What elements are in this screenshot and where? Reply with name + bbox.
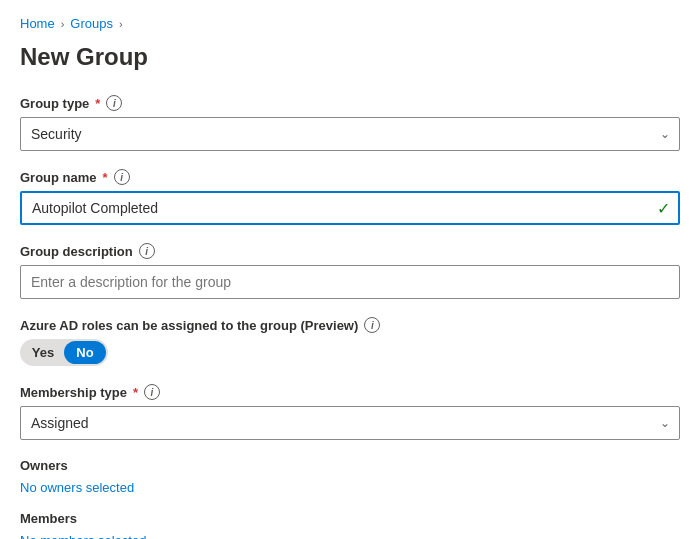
group-description-field: Group description i [20, 243, 680, 299]
azure-ad-roles-field: Azure AD roles can be assigned to the gr… [20, 317, 680, 366]
members-section: Members No members selected [20, 511, 680, 539]
group-description-info-icon[interactable]: i [139, 243, 155, 259]
breadcrumb-chevron-2: › [119, 18, 123, 30]
owners-link[interactable]: No owners selected [20, 480, 134, 495]
azure-ad-roles-toggle[interactable]: Yes No [20, 339, 108, 366]
group-name-label: Group name * i [20, 169, 680, 185]
required-indicator-membership: * [133, 385, 138, 400]
required-indicator: * [95, 96, 100, 111]
members-label: Members [20, 511, 680, 526]
group-type-field: Group type * i Security Microsoft 365 ⌄ [20, 95, 680, 151]
membership-type-label: Membership type * i [20, 384, 680, 400]
azure-ad-roles-info-icon[interactable]: i [364, 317, 380, 333]
group-name-input[interactable] [20, 191, 680, 225]
page-title: New Group [20, 43, 680, 71]
group-type-label: Group type * i [20, 95, 680, 111]
owners-label: Owners [20, 458, 680, 473]
membership-type-info-icon[interactable]: i [144, 384, 160, 400]
breadcrumb-chevron-1: › [61, 18, 65, 30]
group-name-info-icon[interactable]: i [114, 169, 130, 185]
input-valid-icon: ✓ [657, 199, 670, 218]
membership-type-select[interactable]: Assigned Dynamic User Dynamic Device [20, 406, 680, 440]
members-link[interactable]: No members selected [20, 533, 146, 539]
owners-section: Owners No owners selected [20, 458, 680, 495]
breadcrumb-groups[interactable]: Groups [70, 16, 113, 31]
membership-type-select-wrapper: Assigned Dynamic User Dynamic Device ⌄ [20, 406, 680, 440]
group-name-field: Group name * i ✓ [20, 169, 680, 225]
required-indicator-name: * [103, 170, 108, 185]
breadcrumb-home[interactable]: Home [20, 16, 55, 31]
group-description-input[interactable] [20, 265, 680, 299]
group-type-info-icon[interactable]: i [106, 95, 122, 111]
toggle-yes-option[interactable]: Yes [22, 341, 64, 364]
breadcrumb: Home › Groups › [20, 16, 680, 31]
group-description-label: Group description i [20, 243, 680, 259]
toggle-no-option[interactable]: No [64, 341, 106, 364]
group-type-select-wrapper: Security Microsoft 365 ⌄ [20, 117, 680, 151]
group-name-input-wrapper: ✓ [20, 191, 680, 225]
group-type-select[interactable]: Security Microsoft 365 [20, 117, 680, 151]
azure-ad-roles-label: Azure AD roles can be assigned to the gr… [20, 317, 680, 333]
membership-type-field: Membership type * i Assigned Dynamic Use… [20, 384, 680, 440]
